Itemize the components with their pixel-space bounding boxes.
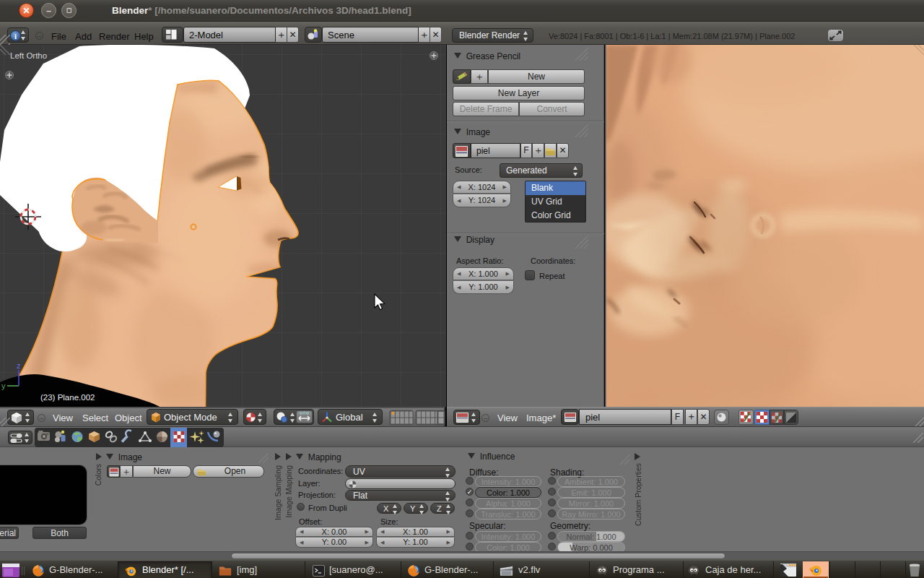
svg-text:z: z	[17, 361, 21, 370]
svg-text:Left Ortho: Left Ortho	[10, 51, 47, 60]
svg-text:(23) Plane.002: (23) Plane.002	[40, 393, 95, 402]
svg-text:y: y	[1, 381, 6, 390]
